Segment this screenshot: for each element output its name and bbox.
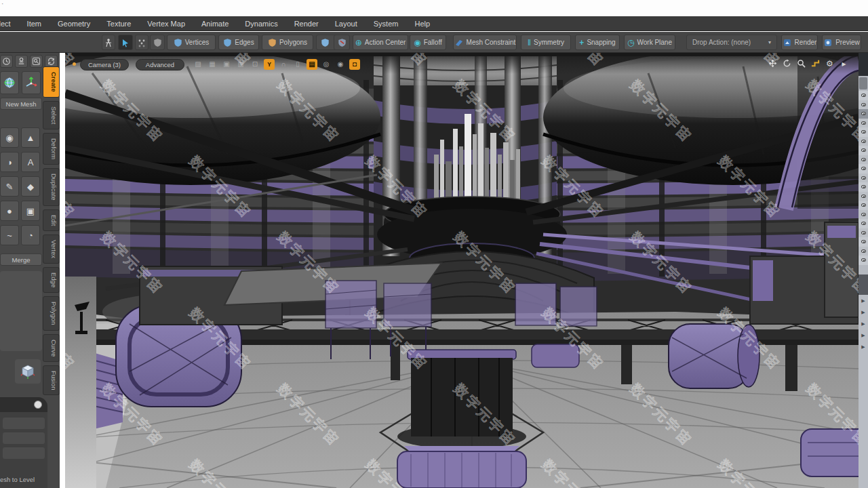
snapping-button[interactable]: + Snapping <box>575 35 620 50</box>
wireframe-view-icon[interactable]: ▥ <box>235 59 246 70</box>
new-mesh-button[interactable]: New Mesh <box>0 98 42 110</box>
item-visibility-row[interactable] <box>859 228 868 238</box>
tab-edit[interactable]: Edit <box>43 209 60 231</box>
eye-icon[interactable] <box>861 240 866 243</box>
item-visibility-row[interactable] <box>859 174 868 183</box>
edges-mode-button[interactable]: Edges <box>218 35 259 50</box>
merge-button[interactable]: Merge <box>0 253 42 266</box>
eye-icon[interactable] <box>861 121 866 125</box>
shading-selector[interactable]: Advanced <box>136 59 184 70</box>
item-visibility-row[interactable] <box>859 119 868 128</box>
tool-icon[interactable]: ● <box>0 201 19 221</box>
disclosure-arrow-icon[interactable]: ▶ <box>859 329 868 341</box>
eye-icon[interactable] <box>861 158 866 161</box>
tool-icon[interactable]: ◆ <box>21 176 40 197</box>
cube-tool-button[interactable] <box>15 359 41 384</box>
menu-system[interactable]: System <box>366 20 407 28</box>
clock-icon[interactable] <box>0 55 13 68</box>
action-center-button[interactable]: ⊕ Action Center <box>353 35 408 50</box>
dither-view-icon[interactable]: ▨ <box>193 59 203 70</box>
eye-icon[interactable] <box>861 222 866 225</box>
eye-icon[interactable] <box>861 140 866 143</box>
list-item[interactable] <box>3 447 45 459</box>
falloff-button[interactable]: ◉ Falloff <box>410 35 446 50</box>
sphere-tool-button[interactable] <box>0 71 19 94</box>
symmetry-button[interactable]: ‖ Symmetry <box>521 35 571 50</box>
capsule-icon[interactable]: ▯ <box>292 59 303 70</box>
disclosure-arrow-icon[interactable]: ▶ <box>859 306 868 318</box>
vertices-mode-button[interactable]: Vertices <box>167 35 216 50</box>
eye-icon[interactable] <box>861 203 866 207</box>
ramp-icon[interactable] <box>810 58 821 68</box>
menu-item[interactable]: Item <box>19 20 50 28</box>
cone-tool-icon[interactable]: ▲ <box>21 127 40 148</box>
menu-geometry[interactable]: Geometry <box>50 20 98 28</box>
tab-curve[interactable]: Curve <box>43 334 60 362</box>
eye-icon[interactable] <box>861 176 866 180</box>
item-visibility-row[interactable] <box>859 137 868 146</box>
eye-icon[interactable] <box>861 130 866 134</box>
preview-button[interactable]: Preview <box>822 35 861 50</box>
list-item[interactable] <box>3 432 45 444</box>
eye-icon[interactable] <box>861 185 866 188</box>
item-visibility-row[interactable] <box>859 182 868 192</box>
cursor-select-button[interactable] <box>118 35 133 50</box>
menu-render[interactable]: Render <box>286 20 327 28</box>
notify-icon[interactable]: ∩ <box>278 59 289 70</box>
tool-icon[interactable]: ▣ <box>21 201 40 221</box>
vertices-dots-icon[interactable] <box>135 35 149 50</box>
camera-selector[interactable]: Camera (3) <box>80 59 129 70</box>
rotation-mode-icon[interactable]: ʏ <box>264 59 275 70</box>
item-visibility-row[interactable] <box>859 100 868 110</box>
eye-icon[interactable] <box>861 249 866 253</box>
mesh-constraint-button[interactable]: Mesh Constraint <box>453 35 517 50</box>
eye-icon[interactable] <box>861 148 866 152</box>
tab-deform[interactable]: Deform <box>43 133 60 165</box>
expand-icon[interactable]: ▸ <box>839 58 849 68</box>
orbit-icon[interactable] <box>782 58 792 68</box>
frame-mode-icon[interactable]: ◘ <box>349 59 360 70</box>
polygons-mode-button[interactable]: Polygons <box>262 35 313 50</box>
camera-a-icon[interactable]: ◎ <box>321 59 332 70</box>
eye-icon[interactable] <box>861 167 866 170</box>
menu-dynamics[interactable]: Dynamics <box>237 20 285 28</box>
tab-create[interactable]: Create <box>43 66 60 98</box>
item-visibility-row[interactable] <box>859 164 868 174</box>
menu-select[interactable]: Select <box>0 20 19 28</box>
eye-icon[interactable] <box>861 94 866 97</box>
item-visibility-row[interactable] <box>859 155 868 165</box>
work-plane-button[interactable]: ◷ Work Plane <box>624 35 675 50</box>
tab-fusion[interactable]: Fusion <box>43 365 60 396</box>
solid-view-icon[interactable]: ▣ <box>221 59 232 70</box>
item-visibility-row[interactable] <box>859 237 868 247</box>
tab-polygon[interactable]: Polygon <box>43 296 60 330</box>
item-visibility-row[interactable] <box>859 247 868 256</box>
tab-select[interactable]: Select <box>43 101 60 129</box>
zoom-icon[interactable] <box>796 58 806 68</box>
menu-animate[interactable]: Animate <box>193 20 237 28</box>
shield-gray-icon[interactable] <box>150 35 165 50</box>
tab-duplicate[interactable]: Duplicate <box>43 168 60 206</box>
item-visibility-row[interactable] <box>859 146 868 155</box>
render-button[interactable]: Render <box>781 35 818 50</box>
transform-gizmo-button[interactable] <box>22 71 41 94</box>
ref-shield-icon[interactable] <box>334 35 350 50</box>
eye-icon[interactable] <box>861 112 866 115</box>
walker-tool-icon[interactable] <box>102 35 115 50</box>
item-visibility-row[interactable] <box>859 256 868 265</box>
copy-view-icon[interactable]: ⊡ <box>250 59 260 70</box>
mesh-to-level-button[interactable]: Mesh to Level <box>0 476 46 483</box>
eye-icon[interactable] <box>861 195 866 198</box>
eye-icon[interactable] <box>861 103 866 106</box>
quad-view-icon[interactable]: ▦ <box>207 59 218 70</box>
tool-icon[interactable]: ◑ <box>0 152 19 172</box>
item-list-button[interactable] <box>859 77 867 89</box>
menu-texture[interactable]: Texture <box>98 20 139 28</box>
stamp-icon[interactable] <box>15 55 28 68</box>
search-box-icon[interactable] <box>30 55 43 68</box>
list-item[interactable] <box>3 418 45 429</box>
item-visibility-row[interactable] <box>859 127 868 137</box>
menu-help[interactable]: Help <box>406 20 438 28</box>
text-tool-icon[interactable]: A <box>21 152 40 172</box>
camera-b-icon[interactable]: ◉ <box>335 59 346 70</box>
